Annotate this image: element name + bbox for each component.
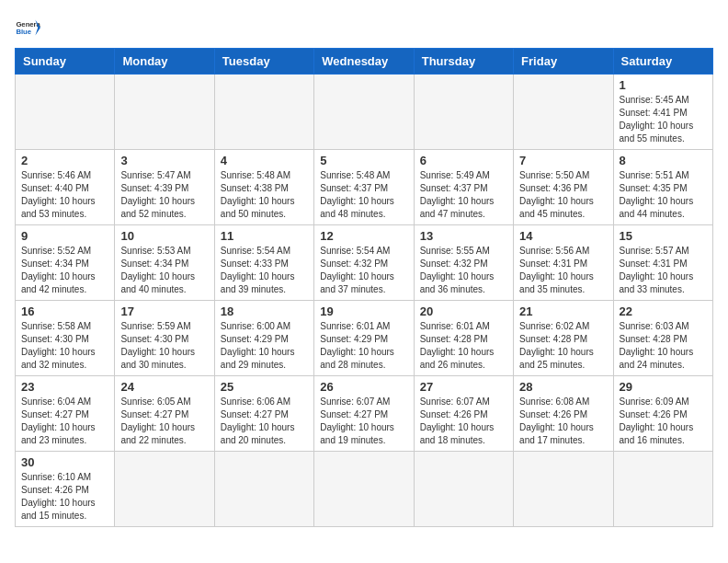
day-info: Sunrise: 5:47 AM Sunset: 4:39 PM Dayligh… [120, 169, 208, 221]
calendar-cell: 4Sunrise: 5:48 AM Sunset: 4:38 PM Daylig… [214, 150, 313, 225]
day-info: Sunrise: 6:09 AM Sunset: 4:26 PM Dayligh… [620, 396, 707, 447]
day-info: Sunrise: 5:49 AM Sunset: 4:37 PM Dayligh… [420, 169, 507, 221]
calendar-cell [514, 452, 613, 527]
weekday-header-friday: Friday [514, 49, 613, 75]
calendar-cell: 6Sunrise: 5:49 AM Sunset: 4:37 PM Daylig… [414, 150, 513, 225]
day-info: Sunrise: 5:53 AM Sunset: 4:34 PM Dayligh… [120, 245, 208, 296]
day-info: Sunrise: 6:00 AM Sunset: 4:29 PM Dayligh… [221, 320, 308, 372]
day-number: 21 [519, 304, 607, 318]
day-info: Sunrise: 6:08 AM Sunset: 4:26 PM Dayligh… [519, 396, 607, 447]
calendar-cell: 7Sunrise: 5:50 AM Sunset: 4:36 PM Daylig… [514, 150, 613, 225]
calendar-row: 1Sunrise: 5:45 AM Sunset: 4:41 PM Daylig… [16, 75, 713, 150]
calendar-row: 16Sunrise: 5:58 AM Sunset: 4:30 PM Dayli… [16, 301, 713, 376]
day-info: Sunrise: 5:57 AM Sunset: 4:31 PM Dayligh… [620, 245, 707, 296]
calendar-cell: 23Sunrise: 6:04 AM Sunset: 4:27 PM Dayli… [16, 376, 115, 452]
svg-text:Blue: Blue [16, 28, 31, 36]
calendar-cell: 16Sunrise: 5:58 AM Sunset: 4:30 PM Dayli… [16, 301, 115, 376]
calendar-cell: 25Sunrise: 6:06 AM Sunset: 4:27 PM Dayli… [214, 376, 313, 452]
calendar-row: 2Sunrise: 5:46 AM Sunset: 4:40 PM Daylig… [16, 150, 713, 225]
calendar-cell: 5Sunrise: 5:48 AM Sunset: 4:37 PM Daylig… [314, 150, 414, 225]
day-info: Sunrise: 5:54 AM Sunset: 4:32 PM Dayligh… [320, 245, 407, 296]
day-number: 3 [120, 154, 208, 167]
day-number: 13 [420, 229, 507, 243]
day-info: Sunrise: 6:10 AM Sunset: 4:26 PM Dayligh… [21, 471, 108, 523]
calendar-cell: 21Sunrise: 6:02 AM Sunset: 4:28 PM Dayli… [514, 301, 613, 376]
calendar-cell: 14Sunrise: 5:56 AM Sunset: 4:31 PM Dayli… [514, 225, 613, 301]
calendar-row: 9Sunrise: 5:52 AM Sunset: 4:34 PM Daylig… [16, 225, 713, 301]
calendar-cell: 11Sunrise: 5:54 AM Sunset: 4:33 PM Dayli… [214, 225, 313, 301]
day-number: 19 [320, 304, 407, 318]
day-number: 20 [420, 304, 507, 318]
day-info: Sunrise: 5:50 AM Sunset: 4:36 PM Dayligh… [519, 169, 607, 221]
page-header: General Blue [15, 15, 713, 40]
day-number: 9 [21, 229, 108, 243]
day-info: Sunrise: 5:59 AM Sunset: 4:30 PM Dayligh… [120, 320, 208, 372]
day-number: 30 [21, 455, 108, 469]
day-number: 4 [221, 154, 308, 167]
day-number: 22 [620, 304, 707, 318]
calendar-cell: 13Sunrise: 5:55 AM Sunset: 4:32 PM Dayli… [414, 225, 513, 301]
calendar-cell: 19Sunrise: 6:01 AM Sunset: 4:29 PM Dayli… [314, 301, 414, 376]
day-number: 23 [21, 380, 108, 394]
day-number: 5 [320, 154, 407, 167]
day-info: Sunrise: 5:51 AM Sunset: 4:35 PM Dayligh… [620, 169, 707, 221]
day-number: 6 [420, 154, 507, 167]
day-number: 25 [221, 380, 308, 394]
day-number: 24 [120, 380, 208, 394]
calendar-cell [613, 452, 712, 527]
calendar-cell: 27Sunrise: 6:07 AM Sunset: 4:26 PM Dayli… [414, 376, 513, 452]
calendar-cell: 15Sunrise: 5:57 AM Sunset: 4:31 PM Dayli… [613, 225, 712, 301]
day-number: 2 [21, 154, 108, 167]
calendar-cell [214, 75, 313, 150]
calendar-cell [214, 452, 313, 527]
weekday-header-row: SundayMondayTuesdayWednesdayThursdayFrid… [16, 49, 713, 75]
calendar-cell: 29Sunrise: 6:09 AM Sunset: 4:26 PM Dayli… [613, 376, 712, 452]
day-number: 1 [620, 78, 707, 92]
day-info: Sunrise: 5:52 AM Sunset: 4:34 PM Dayligh… [21, 245, 108, 296]
day-info: Sunrise: 6:01 AM Sunset: 4:28 PM Dayligh… [420, 320, 507, 372]
calendar-cell: 22Sunrise: 6:03 AM Sunset: 4:28 PM Dayli… [613, 301, 712, 376]
calendar-row: 30Sunrise: 6:10 AM Sunset: 4:26 PM Dayli… [16, 452, 713, 527]
day-info: Sunrise: 5:58 AM Sunset: 4:30 PM Dayligh… [21, 320, 108, 372]
calendar-cell: 18Sunrise: 6:00 AM Sunset: 4:29 PM Dayli… [214, 301, 313, 376]
calendar-cell [314, 452, 414, 527]
calendar-cell: 1Sunrise: 5:45 AM Sunset: 4:41 PM Daylig… [613, 75, 712, 150]
day-number: 15 [620, 229, 707, 243]
day-number: 18 [221, 304, 308, 318]
day-number: 7 [519, 154, 607, 167]
calendar-table: SundayMondayTuesdayWednesdayThursdayFrid… [15, 48, 713, 527]
day-info: Sunrise: 6:06 AM Sunset: 4:27 PM Dayligh… [221, 396, 308, 447]
weekday-header-thursday: Thursday [414, 49, 513, 75]
calendar-cell [314, 75, 414, 150]
weekday-header-saturday: Saturday [613, 49, 712, 75]
day-number: 29 [620, 380, 707, 394]
day-info: Sunrise: 5:46 AM Sunset: 4:40 PM Dayligh… [21, 169, 108, 221]
day-info: Sunrise: 6:05 AM Sunset: 4:27 PM Dayligh… [120, 396, 208, 447]
weekday-header-wednesday: Wednesday [314, 49, 414, 75]
weekday-header-monday: Monday [115, 49, 214, 75]
calendar-cell [115, 75, 214, 150]
calendar-cell: 24Sunrise: 6:05 AM Sunset: 4:27 PM Dayli… [115, 376, 214, 452]
day-number: 26 [320, 380, 407, 394]
calendar-cell: 17Sunrise: 5:59 AM Sunset: 4:30 PM Dayli… [115, 301, 214, 376]
calendar-cell: 26Sunrise: 6:07 AM Sunset: 4:27 PM Dayli… [314, 376, 414, 452]
day-info: Sunrise: 5:45 AM Sunset: 4:41 PM Dayligh… [620, 94, 707, 145]
day-info: Sunrise: 5:48 AM Sunset: 4:38 PM Dayligh… [221, 169, 308, 221]
calendar-cell: 12Sunrise: 5:54 AM Sunset: 4:32 PM Dayli… [314, 225, 414, 301]
calendar-cell: 3Sunrise: 5:47 AM Sunset: 4:39 PM Daylig… [115, 150, 214, 225]
logo: General Blue [15, 15, 40, 40]
day-number: 8 [620, 154, 707, 167]
calendar-cell [414, 452, 513, 527]
day-number: 28 [519, 380, 607, 394]
calendar-row: 23Sunrise: 6:04 AM Sunset: 4:27 PM Dayli… [16, 376, 713, 452]
calendar-cell: 20Sunrise: 6:01 AM Sunset: 4:28 PM Dayli… [414, 301, 513, 376]
day-number: 12 [320, 229, 407, 243]
logo-icon: General Blue [15, 15, 40, 40]
day-number: 27 [420, 380, 507, 394]
calendar-cell: 9Sunrise: 5:52 AM Sunset: 4:34 PM Daylig… [16, 225, 115, 301]
day-info: Sunrise: 6:03 AM Sunset: 4:28 PM Dayligh… [620, 320, 707, 372]
day-number: 14 [519, 229, 607, 243]
calendar-cell: 28Sunrise: 6:08 AM Sunset: 4:26 PM Dayli… [514, 376, 613, 452]
day-info: Sunrise: 5:54 AM Sunset: 4:33 PM Dayligh… [221, 245, 308, 296]
day-info: Sunrise: 6:07 AM Sunset: 4:26 PM Dayligh… [420, 396, 507, 447]
